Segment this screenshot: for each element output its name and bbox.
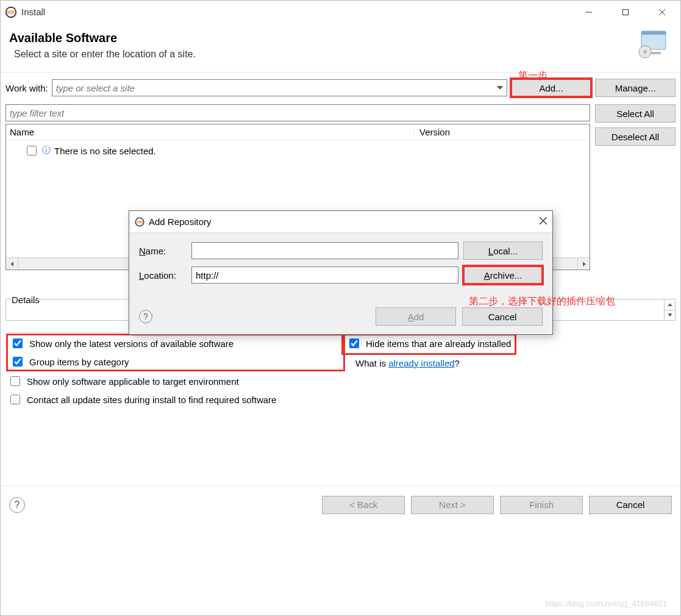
back-button[interactable]: < Back <box>322 496 405 514</box>
scroll-left-icon[interactable] <box>6 258 18 270</box>
wizard-header: Available Software Select a site or ente… <box>1 24 680 72</box>
window-title: Install <box>21 7 45 17</box>
repo-location-label: Location: <box>139 270 187 281</box>
help-icon[interactable]: ? <box>9 497 25 513</box>
add-repository-dialog: Add Repository Name: Local... Location: … <box>129 210 553 335</box>
next-button[interactable]: Next > <box>411 496 494 514</box>
titlebar: Install <box>1 1 680 24</box>
already-installed-qmark: ? <box>455 358 460 368</box>
row-checkbox[interactable] <box>27 146 37 156</box>
checkbox-input[interactable] <box>349 338 359 348</box>
empty-message: There is no site selected. <box>54 146 156 156</box>
checkbox-label: Contact all update sites during install … <box>27 395 276 405</box>
maximize-button[interactable] <box>607 1 644 24</box>
work-with-combo[interactable] <box>52 79 507 96</box>
column-name[interactable]: Name <box>6 127 415 137</box>
dialog-title: Add Repository <box>149 217 212 227</box>
work-with-input[interactable] <box>52 82 493 95</box>
dialog-cancel-button[interactable]: Cancel <box>462 307 543 326</box>
checkbox-input[interactable] <box>13 338 23 348</box>
checkbox-latest-versions[interactable]: Show only the latest versions of availab… <box>10 337 341 350</box>
checkbox-applicable-target[interactable]: Show only software applicable to target … <box>8 374 343 388</box>
install-wizard-icon <box>636 29 669 61</box>
filter-input[interactable] <box>5 104 590 121</box>
info-icon: ⓘ <box>42 145 51 156</box>
close-button[interactable] <box>644 1 680 24</box>
finish-button[interactable]: Finish <box>500 496 583 514</box>
local-button[interactable]: Local... <box>463 242 543 260</box>
table-row: ⓘ There is no site selected. <box>11 144 585 157</box>
checkbox-label: Hide items that are already installed <box>366 338 511 349</box>
archive-button[interactable]: Archive... <box>463 266 543 284</box>
page-title: Available Software <box>9 31 672 45</box>
eclipse-icon <box>4 5 18 19</box>
checkbox-hide-installed[interactable]: Hide items that are already installed <box>347 337 511 350</box>
minimize-button[interactable] <box>571 1 607 24</box>
select-all-button[interactable]: Select All <box>595 104 676 123</box>
repo-name-input[interactable] <box>191 242 458 259</box>
dialog-help-icon[interactable]: ? <box>139 310 152 323</box>
deselect-all-button[interactable]: Deselect All <box>595 127 676 146</box>
svg-point-9 <box>643 50 647 54</box>
already-installed-link[interactable]: already installed <box>388 358 454 368</box>
checkbox-label: Group items by category <box>29 357 129 367</box>
table-header: Name Version <box>6 124 590 140</box>
svg-rect-2 <box>623 9 629 15</box>
checkbox-input[interactable] <box>10 395 20 404</box>
checkbox-contact-all-sites[interactable]: Contact all update sites during install … <box>8 393 343 406</box>
repo-location-input[interactable] <box>191 267 458 284</box>
already-installed-prefix: What is <box>355 358 388 368</box>
dialog-add-button[interactable]: Add <box>376 307 456 326</box>
page-subtitle: Select a site or enter the location of a… <box>9 49 672 60</box>
work-with-label: Work with: <box>5 83 48 93</box>
svg-rect-6 <box>641 31 666 35</box>
chevron-down-icon[interactable] <box>493 86 507 90</box>
dialog-close-button[interactable] <box>539 217 547 227</box>
spinner-down-icon[interactable] <box>665 310 675 321</box>
checkbox-label: Show only software applicable to target … <box>27 376 239 387</box>
checkbox-label: Show only the latest versions of availab… <box>29 338 234 349</box>
eclipse-icon <box>134 217 145 227</box>
annotation-step1: 第一步 <box>518 70 547 82</box>
scroll-right-icon[interactable] <box>577 258 590 270</box>
checkbox-group-by-category[interactable]: Group items by category <box>10 355 341 368</box>
annotation-step2: 第二步，选择下载好的插件压缩包 <box>469 293 676 309</box>
column-version[interactable]: Version <box>415 127 590 137</box>
repo-name-label: Name: <box>139 246 187 256</box>
checkbox-input[interactable] <box>13 357 23 367</box>
wizard-footer: ? < Back Next > Finish Cancel <box>1 485 680 523</box>
manage-sites-button[interactable]: Manage... <box>595 79 676 97</box>
cancel-button[interactable]: Cancel <box>589 496 672 514</box>
checkbox-input[interactable] <box>10 376 20 386</box>
watermark: https://blog.csdn.net/qq_41684621 <box>546 599 668 608</box>
